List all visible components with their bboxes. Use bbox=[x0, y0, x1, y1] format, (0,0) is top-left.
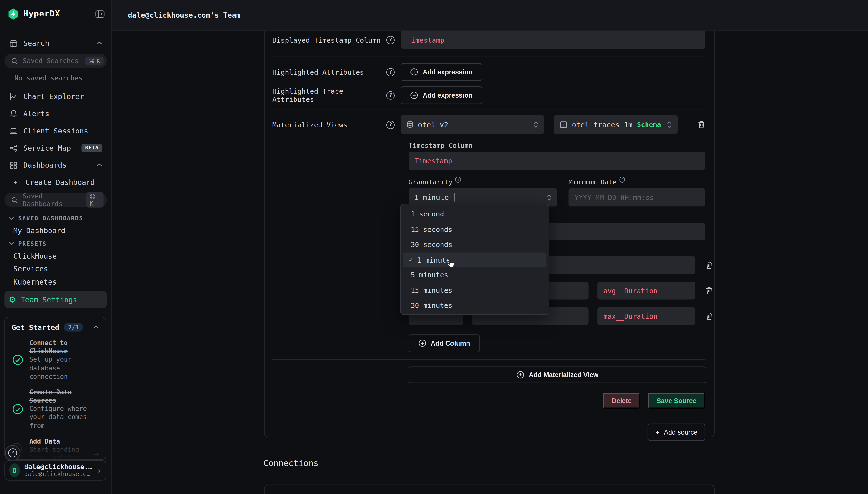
sidebar-item-client-sessions[interactable]: Client Sessions bbox=[4, 123, 107, 138]
get-started-step-3[interactable]: 3 Add Data Start sending logs, metrics, … bbox=[12, 437, 99, 459]
check-circle-icon bbox=[12, 339, 24, 381]
minimum-date-label: Minimum Date ? bbox=[568, 178, 625, 186]
sidebar-item-alerts[interactable]: Alerts bbox=[4, 106, 107, 121]
plus-circle-icon bbox=[410, 92, 418, 99]
presets-section-header[interactable]: PRESETS bbox=[4, 237, 107, 249]
delete-column-icon[interactable] bbox=[705, 261, 713, 270]
connections-title: Connections bbox=[264, 458, 319, 468]
step-title: Create Data Sources bbox=[30, 388, 72, 404]
step-desc: Configure where your data comes from bbox=[30, 405, 87, 430]
sidebar-item-search[interactable]: Search bbox=[4, 35, 107, 51]
dropdown-option[interactable]: 30 minutes bbox=[403, 298, 546, 313]
select-chevrons-icon bbox=[533, 120, 539, 128]
sidebar-item-label: Alerts bbox=[23, 110, 49, 118]
step-desc: Set up your database connection bbox=[30, 356, 72, 380]
displayed-timestamp-input[interactable]: Timestamp bbox=[401, 31, 705, 49]
help-icon[interactable]: ? bbox=[386, 68, 395, 76]
saved-dashboards-input[interactable]: Saved Dashboards ⌘ K bbox=[4, 193, 107, 207]
sidebar-item-chart-explorer[interactable]: Chart Explorer bbox=[4, 89, 107, 104]
add-expression-button[interactable]: Add expression bbox=[401, 63, 482, 81]
check-icon: ✓ bbox=[408, 256, 413, 264]
delete-button[interactable]: Delete bbox=[603, 393, 640, 408]
get-started-step-2[interactable]: Create Data Sources Configure where your… bbox=[12, 388, 99, 430]
dropdown-option-selected[interactable]: ✓ 1 minute bbox=[403, 252, 546, 267]
no-saved-searches-text: No saved searches bbox=[4, 73, 107, 89]
dropdown-option[interactable]: 5 minutes bbox=[403, 267, 546, 283]
help-icon[interactable]: ? bbox=[386, 120, 395, 129]
page-title: dale@clickhouse.com's Team bbox=[128, 11, 240, 19]
help-button[interactable]: ? bbox=[5, 445, 21, 461]
add-source-button[interactable]: + Add source bbox=[648, 424, 705, 441]
schema-link[interactable]: Schema bbox=[637, 120, 661, 128]
sidebar-item-label: Search bbox=[23, 39, 49, 47]
user-name: dale@clickhouse.… bbox=[24, 463, 92, 471]
info-icon[interactable]: ? bbox=[619, 177, 625, 183]
timestamp-column-input[interactable]: Timestamp bbox=[408, 152, 705, 170]
plus-circle-icon bbox=[410, 68, 418, 76]
column-expression-input[interactable]: avg__Duration bbox=[597, 282, 695, 299]
cmd-k-shortcut: ⌘ K bbox=[86, 192, 103, 208]
chevron-up-icon[interactable] bbox=[96, 163, 102, 167]
highlighted-attributes-row: Highlighted Attributes ? Add expression bbox=[265, 63, 714, 81]
chevron-up-icon[interactable] bbox=[96, 41, 102, 45]
collapse-sidebar-icon[interactable] bbox=[95, 10, 104, 18]
field-label: Highlighted Attributes bbox=[272, 68, 386, 76]
save-source-button[interactable]: Save Source bbox=[648, 393, 705, 408]
table-select[interactable]: otel_traces_1m Schema bbox=[554, 115, 678, 134]
sidebar-item-services[interactable]: Services bbox=[4, 263, 107, 276]
sidebar-item-dashboards[interactable]: Dashboards bbox=[4, 157, 107, 173]
chevron-down-icon bbox=[9, 216, 15, 220]
plus-icon: + bbox=[11, 178, 20, 186]
timestamp-column-label: Timestamp Column bbox=[408, 142, 705, 150]
step-title: Connect to ClickHouse bbox=[30, 339, 68, 355]
get-started-step-1[interactable]: Connect to ClickHouse Set up your databa… bbox=[12, 339, 99, 381]
sidebar-item-kubernetes[interactable]: Kubernetes bbox=[4, 276, 107, 288]
highlighted-trace-attributes-row: Highlighted Trace Attributes ? Add expre… bbox=[265, 87, 714, 104]
search-icon bbox=[11, 57, 18, 64]
help-icon[interactable]: ? bbox=[386, 91, 395, 99]
chevron-up-icon[interactable] bbox=[93, 325, 99, 329]
delete-view-icon[interactable] bbox=[697, 120, 705, 129]
user-email: dale@clickhouse.c… bbox=[24, 471, 92, 478]
dropdown-option[interactable]: 30 seconds bbox=[403, 237, 546, 252]
create-dashboard-button[interactable]: + Create Dashboard bbox=[4, 174, 107, 190]
sidebar-item-label: Service Map bbox=[23, 144, 71, 152]
granularity-label: Granularity ? bbox=[408, 178, 558, 186]
sidebar-item-my-dashboard[interactable]: My Dashboard bbox=[4, 224, 107, 237]
minimum-date-input[interactable]: YYYY-MM-DD HH:mm:ss bbox=[568, 188, 706, 207]
step-title: Add Data bbox=[30, 437, 60, 445]
cmd-k-shortcut: ⌘ K bbox=[85, 57, 103, 65]
dropdown-option[interactable]: 1 second bbox=[403, 207, 546, 222]
content-area: Displayed Timestamp Column ? Timestamp H… bbox=[112, 31, 868, 494]
sidebar-item-label: Client Sessions bbox=[23, 127, 88, 135]
column-expression-input[interactable]: max__Duration bbox=[597, 307, 695, 325]
sidebar-item-team-settings[interactable]: ⚙ Team Settings bbox=[4, 291, 107, 308]
saved-searches-placeholder: Saved Searches bbox=[23, 57, 79, 65]
search-icon bbox=[11, 196, 18, 204]
add-column-button[interactable]: Add Column bbox=[408, 334, 480, 352]
displayed-timestamp-row: Displayed Timestamp Column ? Timestamp bbox=[265, 31, 714, 49]
table-icon bbox=[560, 120, 567, 128]
plus-icon: + bbox=[655, 428, 659, 436]
dropdown-option[interactable]: 15 minutes bbox=[403, 283, 546, 298]
connections-card bbox=[264, 484, 714, 494]
add-materialized-view-button[interactable]: Add Materialized View bbox=[408, 367, 707, 383]
saved-dashboards-section-header[interactable]: SAVED DASHBOARDS bbox=[4, 212, 107, 224]
info-icon[interactable]: ? bbox=[455, 177, 461, 183]
user-menu[interactable]: D dale@clickhouse.… dale@clickhouse.c… › bbox=[4, 460, 106, 480]
progress-badge: 2/3 bbox=[64, 323, 83, 332]
gear-icon: ⚙ bbox=[9, 296, 16, 304]
form-actions: Delete Save Source bbox=[265, 393, 714, 408]
saved-searches-input[interactable]: Saved Searches ⌘ K bbox=[4, 54, 107, 68]
divider bbox=[272, 110, 705, 110]
sidebar-item-clickhouse[interactable]: ClickHouse bbox=[4, 249, 107, 263]
delete-column-icon[interactable] bbox=[705, 286, 713, 295]
main-area: dale@clickhouse.com's Team Displayed Tim… bbox=[112, 0, 868, 494]
divider bbox=[272, 57, 705, 57]
help-icon[interactable]: ? bbox=[386, 36, 395, 44]
delete-column-icon[interactable] bbox=[705, 312, 713, 321]
database-select[interactable]: otel_v2 bbox=[401, 115, 544, 134]
sidebar-item-service-map[interactable]: Service Map BETA bbox=[4, 140, 107, 155]
add-expression-button[interactable]: Add expression bbox=[401, 87, 482, 104]
dropdown-option[interactable]: 15 seconds bbox=[403, 222, 546, 237]
